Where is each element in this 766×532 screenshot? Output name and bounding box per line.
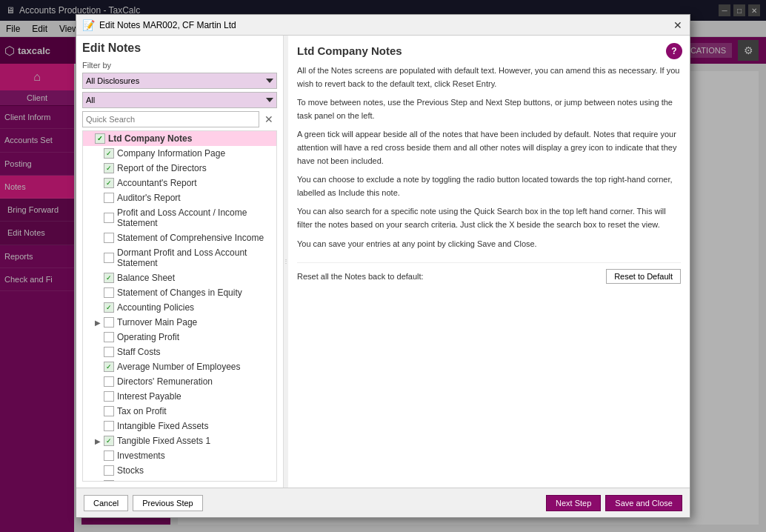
tree-item[interactable]: Intangible Fixed Assets <box>83 419 276 433</box>
reset-to-default-button[interactable]: Reset to Default <box>606 269 681 284</box>
tree-item-label: Directors' Remuneration <box>117 376 273 387</box>
dialog-title-text: Edit Notes MAR002, CF Martin Ltd <box>99 20 667 30</box>
filter-select-1[interactable]: All Disclosures Disclosures Only Non-Dis… <box>82 73 277 89</box>
tree-item[interactable]: Dormant Profit and Loss Account Statemen… <box>83 245 276 270</box>
tree-checkbox[interactable] <box>104 450 114 461</box>
tree-expand-icon: ▶ <box>95 437 104 445</box>
tree-checkbox[interactable] <box>104 332 114 342</box>
tree-item-label: Profit and Loss Account / Income Stateme… <box>117 207 273 228</box>
dialog-overlay: 📝 Edit Notes MAR002, CF Martin Ltd ✕ Edi… <box>0 0 766 532</box>
tree-item-label: Accountant's Report <box>117 178 273 188</box>
tree-checkbox[interactable] <box>104 317 114 327</box>
right-panel-title: Ltd Company Notes <box>297 44 681 57</box>
tree-item-label: Dormant Profit and Loss Account Statemen… <box>117 247 273 268</box>
tree-item[interactable]: ✓ Average Number of Employees <box>83 359 276 374</box>
tree-item-label: Report of the Directors <box>117 163 273 173</box>
filter-label: Filter by <box>82 61 277 70</box>
tree-item-label: Turnover Main Page <box>117 317 273 327</box>
tree-checkbox[interactable]: ✓ <box>104 273 114 283</box>
tree-item[interactable]: ✓ Company Information Page <box>83 146 276 161</box>
dialog-title-icon: 📝 <box>82 19 95 31</box>
tree-expand-icon: ▶ <box>95 319 104 327</box>
tree-item-label: Intangible Fixed Assets <box>117 421 273 431</box>
dialog-footer: Cancel Previous Step Next Step Save and … <box>76 488 690 517</box>
tree-item[interactable]: Staff Costs <box>83 345 276 359</box>
tree-item[interactable]: Auditor's Report <box>83 190 276 205</box>
tree-item[interactable]: Profit and Loss Account / Income Stateme… <box>83 205 276 230</box>
tree-checkbox[interactable]: ✓ <box>104 362 114 372</box>
tree-item[interactable]: ✓ Balance Sheet <box>83 270 276 285</box>
tree-checkbox[interactable] <box>104 465 114 476</box>
tree-item[interactable]: ▶ Turnover Main Page <box>83 315 276 330</box>
tree-item-label: Interest Payable <box>117 391 273 402</box>
tree-checkbox[interactable] <box>104 213 114 223</box>
tree-checkbox[interactable] <box>104 421 114 431</box>
tree-checkbox[interactable]: ✓ <box>104 163 114 173</box>
reset-row: Reset all the Notes back to default: Res… <box>297 262 681 284</box>
tree-checkbox[interactable] <box>104 193 114 203</box>
tree-item[interactable]: Operating Profit <box>83 330 276 345</box>
info-paragraph-4: You can choose to exclude a note by togg… <box>297 173 681 199</box>
tree-item[interactable]: Interest Payable <box>83 389 276 404</box>
tree-list[interactable]: ✓ Ltd Company Notes ✓ Company Informatio… <box>82 130 277 482</box>
info-paragraph-2: To move between notes, use the Previous … <box>297 96 681 122</box>
tree-checkbox[interactable] <box>104 347 114 357</box>
tree-checkbox[interactable] <box>104 233 114 243</box>
cancel-button[interactable]: Cancel <box>84 495 128 511</box>
tree-checkbox[interactable]: ✓ <box>95 133 105 144</box>
tree-item[interactable]: Statement of Comprehensive Income <box>83 230 276 245</box>
dialog-left-panel: Edit Notes Filter by All Disclosures Dis… <box>76 36 284 488</box>
tree-checkbox[interactable]: ✓ <box>104 480 114 482</box>
tree-item[interactable]: ✓ Accountant's Report <box>83 176 276 190</box>
dialog-left-title: Edit Notes <box>82 41 277 55</box>
search-clear-button[interactable]: ✕ <box>261 111 277 127</box>
tree-item[interactable]: ✓ Report of the Directors <box>83 161 276 176</box>
dialog-titlebar: 📝 Edit Notes MAR002, CF Martin Ltd ✕ <box>76 15 690 36</box>
search-row: ✕ <box>82 111 277 127</box>
tree-item-label: Ltd Company Notes <box>108 133 273 144</box>
tree-item[interactable]: Directors' Remuneration <box>83 374 276 389</box>
tree-item[interactable]: ✓ Debtors <box>83 478 276 482</box>
tree-checkbox[interactable] <box>104 406 114 416</box>
tree-checkbox[interactable]: ✓ <box>104 148 114 159</box>
tree-item[interactable]: Tax on Profit <box>83 404 276 419</box>
tree-item-label: Auditor's Report <box>117 193 273 203</box>
help-icon-text: ? <box>671 46 676 56</box>
tree-item-label: Staff Costs <box>117 347 273 357</box>
tree-item-label: Statement of Comprehensive Income <box>117 233 273 243</box>
tree-checkbox[interactable]: ✓ <box>104 302 114 313</box>
tree-item[interactable]: Statement of Changes in Equity <box>83 285 276 300</box>
next-step-button[interactable]: Next Step <box>546 495 601 511</box>
info-paragraph-6: You can save your entries at any point b… <box>297 238 681 251</box>
tree-checkbox[interactable]: ✓ <box>104 436 114 446</box>
info-paragraph-5: You can also search for a specific note … <box>297 205 681 231</box>
tree-checkbox[interactable] <box>104 287 114 298</box>
dialog-right-panel: ? Ltd Company Notes All of the Notes scr… <box>288 36 690 488</box>
reset-label: Reset all the Notes back to default: <box>297 272 424 281</box>
tree-item[interactable]: Investments <box>83 448 276 463</box>
quick-search-input[interactable] <box>82 111 259 127</box>
footer-left-buttons: Cancel Previous Step <box>84 495 203 511</box>
dialog-body: Edit Notes Filter by All Disclosures Dis… <box>76 36 690 488</box>
tree-item[interactable]: ✓ Accounting Policies <box>83 300 276 315</box>
tree-item[interactable]: ▶ ✓ Tangible Fixed Assets 1 <box>83 433 276 448</box>
tree-item[interactable]: Stocks <box>83 463 276 478</box>
dialog-close-button[interactable]: ✕ <box>672 19 684 31</box>
info-paragraph-1: All of the Notes screens are populated w… <box>297 64 681 90</box>
tree-item-label: Tax on Profit <box>117 406 273 416</box>
tree-checkbox[interactable]: ✓ <box>104 178 114 188</box>
tree-checkbox[interactable] <box>104 253 114 263</box>
tree-item-label: Tangible Fixed Assets 1 <box>117 436 273 446</box>
tree-item-label: Average Number of Employees <box>117 362 273 372</box>
help-icon[interactable]: ? <box>666 43 682 59</box>
tree-item-label: Statement of Changes in Equity <box>117 287 273 298</box>
save-and-close-button[interactable]: Save and Close <box>605 495 682 511</box>
edit-notes-dialog: 📝 Edit Notes MAR002, CF Martin Ltd ✕ Edi… <box>76 14 690 518</box>
filter-select-2[interactable]: All Included Excluded <box>82 92 277 108</box>
tree-item-label: Investments <box>117 450 273 461</box>
footer-right-buttons: Next Step Save and Close <box>546 495 682 511</box>
tree-checkbox[interactable] <box>104 376 114 387</box>
previous-step-button[interactable]: Previous Step <box>133 495 202 511</box>
tree-item[interactable]: ✓ Ltd Company Notes <box>83 131 276 146</box>
tree-checkbox[interactable] <box>104 391 114 402</box>
